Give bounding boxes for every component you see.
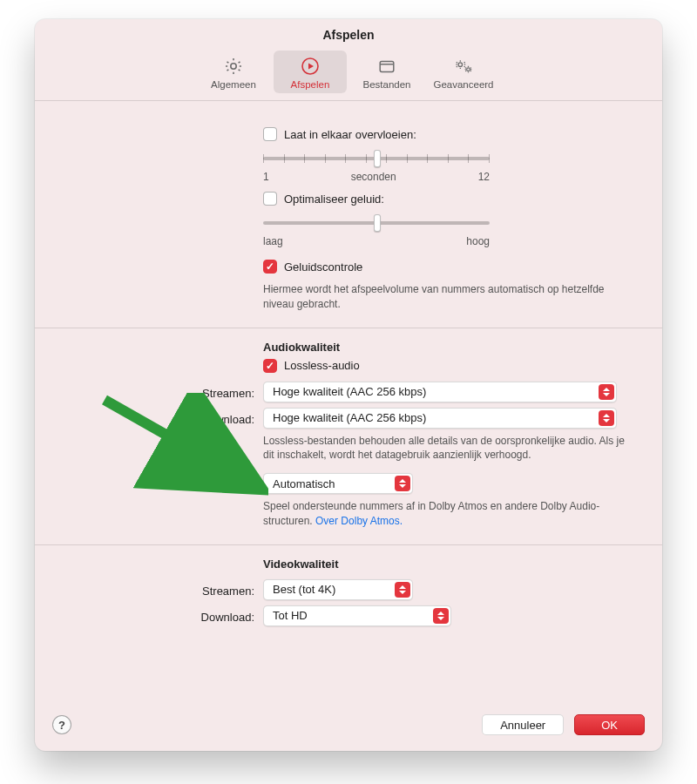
tab-label: Geavanceerd — [430, 79, 497, 90]
video-download-select[interactable]: Tot HD — [263, 605, 451, 626]
audio-download-select[interactable]: Hoge kwaliteit (AAC 256 kbps) — [263, 408, 617, 429]
cancel-button[interactable]: Annuleer — [482, 714, 564, 735]
select-value: Hoge kwaliteit (AAC 256 kbps) — [273, 385, 426, 398]
crossfade-slider-labels: 1 seconden 12 — [263, 171, 490, 183]
folder-icon — [376, 56, 398, 77]
lossless-audio-checkbox[interactable]: Lossless-audio — [263, 359, 360, 373]
enhance-slider-labels: laag hoog — [263, 235, 490, 247]
svg-point-0 — [231, 64, 236, 69]
select-value: Hoge kwaliteit (AAC 256 kbps) — [273, 411, 426, 424]
download-label: Download: — [35, 408, 263, 426]
lossless-hint: Lossless-bestanden behouden alle details… — [263, 434, 638, 463]
audio-stream-select[interactable]: Hoge kwaliteit (AAC 256 kbps) — [263, 382, 617, 402]
dolby-atmos-select[interactable]: Automatisch — [263, 473, 413, 494]
svg-point-3 — [458, 63, 462, 66]
stepper-icon — [395, 582, 410, 598]
sound-enhancer-checkbox[interactable]: Optimaliseer geluid: — [263, 192, 384, 206]
crossfade-slider[interactable] — [263, 150, 490, 167]
ok-button[interactable]: OK — [574, 714, 645, 735]
svg-point-4 — [467, 68, 470, 71]
titlebar: Afspelen — [35, 19, 662, 42]
dolby-atmos-hint: Speel ondersteunde nummers af in Dolby A… — [263, 499, 638, 529]
sound-check-checkbox[interactable]: Geluidscontrole — [263, 260, 362, 274]
section-playback: Laat in elkaar overvloeien: 1 seconden 1… — [35, 101, 662, 328]
video-download-label: Download: — [35, 605, 263, 624]
button-bar: ? Annuleer OK — [35, 702, 662, 751]
stepper-icon — [433, 608, 449, 624]
soundcheck-label: Geluidscontrole — [284, 260, 362, 274]
dolby-atmos-label: Dolby Atmos: — [35, 473, 263, 491]
toolbar: Algemeen Afspelen Bestanden — [35, 42, 662, 101]
tab-label: Bestanden — [354, 79, 420, 90]
window-title: Afspelen — [35, 28, 662, 42]
checkbox-unchecked-icon — [263, 127, 277, 141]
checkbox-unchecked-icon — [263, 192, 277, 206]
checkbox-checked-icon — [263, 260, 277, 274]
video-stream-label: Streamen: — [35, 579, 263, 598]
preferences-window: Afspelen Algemeen Afspelen — [35, 19, 662, 751]
tab-label: Algemeen — [200, 79, 267, 90]
section-video-quality: Videokwaliteit Streamen: Best (tot 4K) D… — [35, 544, 662, 642]
tab-label: Afspelen — [277, 79, 343, 90]
video-quality-title: Videokwaliteit — [263, 558, 638, 571]
crossfade-checkbox[interactable]: Laat in elkaar overvloeien: — [263, 127, 416, 141]
soundcheck-hint: Hiermee wordt het afspeelvolume van numm… — [263, 282, 638, 312]
help-icon: ? — [58, 719, 65, 732]
help-button[interactable]: ? — [52, 715, 71, 734]
play-circle-icon — [299, 56, 321, 77]
tab-files[interactable]: Bestanden — [350, 51, 423, 93]
section-audio-quality: Audiokwaliteit Lossless-audio Streamen: … — [35, 328, 662, 544]
video-stream-select[interactable]: Best (tot 4K) — [263, 579, 413, 600]
stepper-icon — [395, 476, 410, 491]
gear-icon — [222, 56, 245, 77]
svg-rect-2 — [380, 62, 394, 72]
content: Laat in elkaar overvloeien: 1 seconden 1… — [35, 101, 662, 702]
lossless-label: Lossless-audio — [284, 359, 360, 372]
sound-enhancer-slider[interactable] — [263, 214, 490, 232]
tab-general[interactable]: Algemeen — [197, 51, 270, 93]
select-value: Best (tot 4K) — [273, 583, 335, 596]
select-value: Automatisch — [273, 477, 335, 490]
tab-advanced[interactable]: Geavanceerd — [427, 51, 500, 93]
tab-playback[interactable]: Afspelen — [274, 51, 347, 93]
stepper-icon — [599, 410, 614, 426]
stepper-icon — [599, 384, 614, 400]
checkbox-checked-icon — [263, 359, 277, 373]
select-value: Tot HD — [273, 609, 308, 622]
about-dolby-atmos-link[interactable]: Over Dolby Atmos. — [315, 515, 403, 527]
gears-icon — [452, 56, 475, 77]
audio-quality-title: Audiokwaliteit — [263, 341, 638, 354]
stream-label: Streamen: — [35, 382, 263, 400]
crossfade-label: Laat in elkaar overvloeien: — [284, 128, 416, 141]
enhance-label: Optimaliseer geluid: — [284, 193, 384, 206]
